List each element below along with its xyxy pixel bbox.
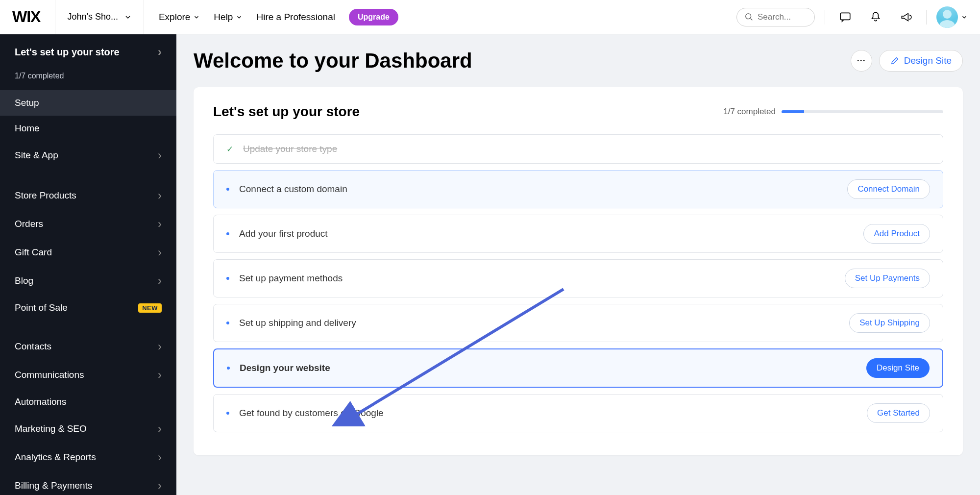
progress-bar [782, 110, 943, 113]
chevron-right-icon [158, 450, 162, 464]
sidebar-item-billing[interactable]: Billing & Payments [0, 471, 176, 495]
setup-row-payments[interactable]: Set up payment methods Set Up Payments [213, 259, 943, 297]
chevron-down-icon [961, 14, 968, 21]
divider [825, 10, 825, 25]
megaphone-icon[interactable] [896, 7, 916, 27]
progress-text: 1/7 completed [723, 107, 776, 117]
sidebar-item-blog[interactable]: Blog [0, 267, 176, 295]
sidebar-item-gift-card[interactable]: Gift Card [0, 238, 176, 267]
divider [926, 10, 927, 25]
svg-line-1 [751, 18, 753, 20]
setup-row-google[interactable]: Get found by customers on Google Get Sta… [213, 394, 943, 432]
chevron-right-icon [158, 189, 162, 202]
chevron-right-icon [158, 274, 162, 288]
sidebar-item-communications[interactable]: Communications [0, 361, 176, 389]
sidebar-progress-text: 1/7 completed [0, 66, 176, 90]
sidebar-item-home[interactable]: Home [0, 116, 176, 141]
avatar [936, 6, 958, 28]
bullet-icon [226, 232, 229, 235]
sidebar-item-analytics[interactable]: Analytics & Reports [0, 443, 176, 471]
sidebar-item-automations[interactable]: Automations [0, 389, 176, 415]
sidebar-item-marketing-seo[interactable]: Marketing & SEO [0, 415, 176, 443]
sidebar-item-orders[interactable]: Orders [0, 210, 176, 238]
setup-row-product[interactable]: Add your first product Add Product [213, 215, 943, 253]
add-product-button[interactable]: Add Product [863, 224, 930, 244]
bullet-icon [226, 322, 229, 324]
site-switcher[interactable]: John's Sho... [55, 0, 144, 34]
check-icon: ✓ [226, 144, 233, 154]
sidebar-item-contacts[interactable]: Contacts [0, 332, 176, 361]
chevron-right-icon [158, 45, 162, 59]
get-started-button[interactable]: Get Started [867, 403, 930, 423]
setup-row-domain[interactable]: Connect a custom domain Connect Domain [213, 170, 943, 208]
card-progress: 1/7 completed [723, 107, 943, 117]
main-header: Welcome to your Dashboard ··· Design Sit… [194, 49, 963, 73]
card-title: Let's set up your store [213, 104, 360, 120]
main-actions: ··· Design Site [851, 50, 963, 72]
site-name: John's Sho... [67, 12, 118, 22]
upgrade-button[interactable]: Upgrade [349, 9, 398, 25]
sidebar-item-pos[interactable]: Point of SaleNEW [0, 295, 176, 321]
chevron-right-icon [158, 340, 162, 353]
sidebar-item-store-products[interactable]: Store Products [0, 181, 176, 210]
card-header: Let's set up your store 1/7 completed [213, 104, 943, 120]
chevron-right-icon [158, 368, 162, 382]
search-box[interactable] [736, 8, 815, 26]
sidebar-item-setup[interactable]: Setup [0, 90, 176, 116]
profile-menu[interactable] [936, 6, 968, 28]
wix-logo[interactable]: WIX [12, 8, 40, 26]
setup-shipping-button[interactable]: Set Up Shipping [849, 313, 930, 333]
setup-row-design[interactable]: Design your website Design Site [213, 348, 943, 388]
chevron-right-icon [158, 246, 162, 259]
connect-domain-button[interactable]: Connect Domain [847, 179, 930, 199]
main-content: Welcome to your Dashboard ··· Design Sit… [176, 34, 980, 495]
chevron-right-icon [158, 422, 162, 436]
bell-icon[interactable] [865, 7, 886, 27]
sidebar: Let's set up your store 1/7 completed Se… [0, 34, 176, 495]
svg-rect-2 [840, 13, 850, 20]
top-header: WIX John's Sho... Explore Help Hire a Pr… [0, 0, 980, 34]
search-input[interactable] [758, 12, 807, 22]
setup-payments-button[interactable]: Set Up Payments [845, 269, 930, 288]
nav-explore[interactable]: Explore [159, 12, 200, 23]
design-site-button[interactable]: Design Site [879, 50, 963, 72]
bullet-icon [226, 188, 229, 191]
search-icon [745, 12, 754, 22]
bullet-icon [226, 277, 229, 280]
chat-icon[interactable] [835, 7, 856, 27]
sidebar-item-site-app[interactable]: Site & App [0, 141, 176, 170]
header-right [736, 6, 968, 28]
bullet-icon [227, 367, 230, 370]
new-badge: NEW [138, 303, 162, 313]
page-title: Welcome to your Dashboard [194, 49, 472, 73]
nav-help[interactable]: Help [214, 12, 243, 23]
setup-row-store-type[interactable]: ✓ Update your store type [213, 134, 943, 164]
chevron-right-icon [158, 148, 162, 162]
pencil-icon [890, 56, 899, 65]
sidebar-setup-header[interactable]: Let's set up your store [0, 34, 176, 66]
chevron-right-icon [158, 217, 162, 231]
bullet-icon [226, 412, 229, 415]
setup-card: Let's set up your store 1/7 completed ✓ … [194, 87, 963, 455]
chevron-down-icon [236, 14, 243, 21]
svg-point-0 [746, 13, 751, 19]
nav-links: Explore Help Hire a Professional Upgrade [159, 9, 398, 25]
nav-hire[interactable]: Hire a Professional [256, 12, 335, 23]
setup-row-shipping[interactable]: Set up shipping and delivery Set Up Ship… [213, 304, 943, 342]
chevron-down-icon [124, 13, 132, 21]
design-site-row-button[interactable]: Design Site [866, 358, 930, 378]
chevron-down-icon [193, 14, 200, 21]
more-button[interactable]: ··· [851, 50, 872, 72]
chevron-right-icon [158, 479, 162, 493]
